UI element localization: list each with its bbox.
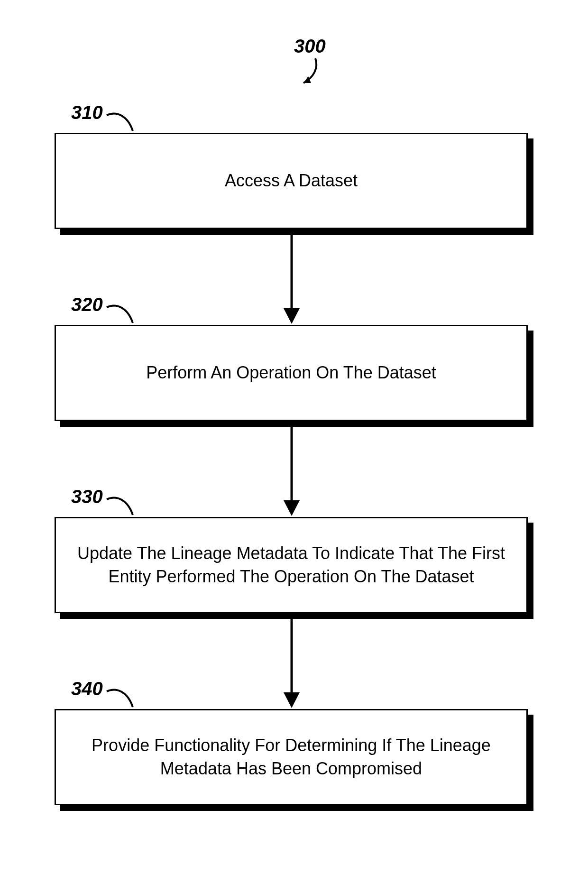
box-front: Access A Dataset — [55, 133, 528, 229]
step-text-330: Update The Lineage Metadata To Indicate … — [75, 542, 507, 588]
svg-marker-2 — [284, 308, 300, 324]
title-label: 300 — [294, 36, 326, 57]
step-box-330: Update The Lineage Metadata To Indicate … — [55, 517, 533, 619]
label-connector-320 — [104, 300, 138, 326]
step-label-340: 340 — [71, 678, 103, 699]
arrow-330-to-340 — [280, 619, 303, 709]
step-label-310: 310 — [71, 102, 103, 123]
box-front: Update The Lineage Metadata To Indicate … — [55, 517, 528, 613]
step-text-320: Perform An Operation On The Dataset — [146, 361, 436, 385]
label-connector-340 — [104, 684, 138, 710]
box-front: Provide Functionality For Determining If… — [55, 709, 528, 805]
label-connector-330 — [104, 492, 138, 518]
box-front: Perform An Operation On The Dataset — [55, 325, 528, 421]
step-box-310: Access A Dataset — [55, 133, 533, 235]
title-pointer-arrow — [289, 55, 327, 92]
step-box-320: Perform An Operation On The Dataset — [55, 325, 533, 427]
flowchart-canvas: 300 310 Access A Dataset 320 Perform An … — [0, 0, 588, 883]
step-text-340: Provide Functionality For Determining If… — [75, 734, 507, 780]
svg-marker-6 — [284, 692, 300, 708]
step-label-320: 320 — [71, 294, 103, 315]
arrow-310-to-320 — [280, 235, 303, 325]
step-text-310: Access A Dataset — [225, 169, 358, 193]
arrow-320-to-330 — [280, 427, 303, 517]
label-connector-310 — [104, 108, 138, 134]
step-label-330: 330 — [71, 486, 103, 507]
svg-marker-4 — [284, 500, 300, 516]
step-box-340: Provide Functionality For Determining If… — [55, 709, 533, 811]
